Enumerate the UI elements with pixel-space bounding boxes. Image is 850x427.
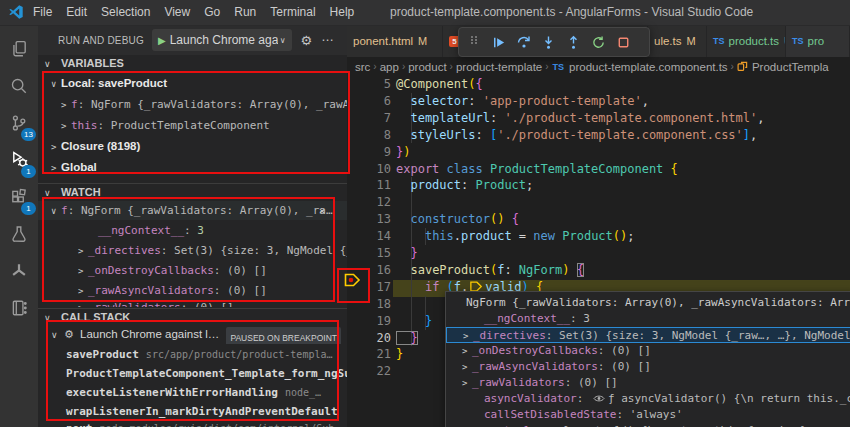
code-line-13[interactable]: constructor() { <box>396 212 519 226</box>
menu-view[interactable]: View <box>157 0 197 24</box>
menu-help[interactable]: Help <box>323 0 362 24</box>
line-number-20[interactable]: 20 <box>367 331 391 345</box>
activity-item-testing[interactable] <box>0 217 38 254</box>
stack-frame-name: saveProduct <box>66 348 139 361</box>
variables-row[interactable]: ∨Local: saveProduct <box>38 74 347 93</box>
hover-variable-row[interactable]: >_rawAsyncValidators: (0) [] <box>446 359 850 375</box>
line-number-10[interactable]: 10 <box>367 162 391 176</box>
code-line-16[interactable]: saveProduct(f: NgForm) { <box>396 263 584 277</box>
watch-row[interactable]: >_directives: Set(3) {size: 3, NgModel {… <box>38 241 347 260</box>
breakpoint-current-line-icon[interactable] <box>344 273 361 291</box>
debug-restart-button[interactable] <box>586 30 611 54</box>
hover-variable-row[interactable]: asyncValidator: ƒ asyncValidator() {\n r… <box>446 391 850 407</box>
debug-session-row[interactable]: ∨ ⚙ Launch Chrome against l… PAUSED ON B… <box>38 325 347 344</box>
variables-row[interactable]: >Closure (8198) <box>38 137 347 156</box>
watch-row[interactable]: >_rawValidators: (0) [] <box>38 298 347 307</box>
code-line-11[interactable]: product: Product; <box>396 178 533 192</box>
variables-row[interactable]: >Global <box>38 158 347 177</box>
code-line-7[interactable]: templateUrl: './product-template.compone… <box>396 111 764 125</box>
stack-frame-row[interactable]: saveProductsrc/app/product/product-templ… <box>38 345 347 364</box>
remove-watch-icon[interactable]: ✕ <box>319 201 325 220</box>
activity-item-search[interactable] <box>0 69 38 106</box>
breadcrumb-item-product[interactable]: product <box>408 61 446 73</box>
debug-step-over-button[interactable] <box>511 30 536 54</box>
line-number-16[interactable]: 16 <box>367 263 391 277</box>
line-number-11[interactable]: 11 <box>367 178 391 192</box>
hover-variable-row[interactable]: >_onDestroyCallbacks: (0) [] <box>446 343 850 359</box>
more-actions-icon[interactable]: ⋯ <box>321 33 333 47</box>
menu-run[interactable]: Run <box>227 0 263 24</box>
stack-frame-row[interactable]: ProductTemplateComponent_Template_form_n… <box>38 364 347 383</box>
code-line-10[interactable]: export class ProductTemplateComponent { <box>396 162 678 176</box>
breadcrumb-file[interactable]: product-template.component.ts <box>569 61 728 73</box>
breadcrumb-item-product-template[interactable]: product-template <box>456 61 542 73</box>
tab-pro[interactable]: TSpro <box>786 25 850 57</box>
line-number-17[interactable]: 17 <box>367 280 391 294</box>
hover-variable-row[interactable]: control: ƒ control() {\n return this.for… <box>446 423 850 427</box>
code-line-9[interactable]: }) <box>396 145 410 159</box>
menu-go[interactable]: Go <box>197 0 227 24</box>
hover-variable-row[interactable]: callSetDisabledState: 'always' <box>446 407 850 423</box>
launch-config-dropdown[interactable]: ▶ Launch Chrome agai ∨ <box>152 29 292 51</box>
stack-frame-row[interactable]: nextnode_modules/rxjs/dist/esm/internal/… <box>38 419 347 427</box>
start-debug-icon[interactable]: ▶ <box>158 35 166 46</box>
code-line-5[interactable]: @Component({ <box>396 77 483 91</box>
code-line-20[interactable]: } <box>396 331 418 345</box>
activity-item-run-and-debug[interactable]: 1 <box>0 143 38 180</box>
lazy-getter-eye-icon[interactable] <box>593 392 605 408</box>
code-line-19[interactable]: } <box>396 314 432 328</box>
breadcrumb-item-src[interactable]: src <box>355 61 370 73</box>
gear-icon[interactable]: ⚙ <box>301 33 313 48</box>
menu-terminal[interactable]: Terminal <box>263 0 322 24</box>
code-line-14[interactable]: this.product = new Product(); <box>396 229 635 243</box>
breadcrumb-item-app[interactable]: app <box>380 61 399 73</box>
debug-continue-button[interactable] <box>486 30 511 54</box>
line-number-13[interactable]: 13 <box>367 212 391 226</box>
activity-item-notebook[interactable] <box>0 291 38 328</box>
hover-variable-row[interactable]: __ngContext__: 3 <box>446 311 850 327</box>
code-line-21[interactable]: } <box>396 347 403 361</box>
variables-row[interactable]: >this: ProductTemplateComponent <box>38 116 347 135</box>
line-number-14[interactable]: 14 <box>367 229 391 243</box>
line-number-19[interactable]: 19 <box>367 314 391 328</box>
tab-ponenthtml[interactable]: ponent.htmlM <box>347 25 443 57</box>
line-number-12[interactable]: 12 <box>367 195 391 209</box>
line-number-5[interactable]: 5 <box>367 77 391 91</box>
hover-variable-row[interactable]: >_rawValidators: (0) [] <box>446 375 850 391</box>
watch-row[interactable]: >_onDestroyCallbacks: (0) [] <box>38 261 347 280</box>
watch-row[interactable]: __ngContext__: 3 <box>38 221 347 240</box>
activity-item-explorer[interactable] <box>0 32 38 69</box>
line-number-8[interactable]: 8 <box>367 128 391 142</box>
activity-item-extensions[interactable]: 1 <box>0 180 38 217</box>
line-number-6[interactable]: 6 <box>367 94 391 108</box>
menu-file[interactable]: File <box>26 0 59 24</box>
line-number-21[interactable]: 21 <box>367 347 391 361</box>
variables-row[interactable]: >f: NgForm {_rawValidators: Array(0), _r… <box>38 95 347 114</box>
hover-variable-row[interactable]: >_directives: Set(3) {size: 3, NgModel {… <box>446 327 850 343</box>
line-number-15[interactable]: 15 <box>367 246 391 260</box>
line-number-9[interactable]: 9 <box>367 145 391 159</box>
debug-stop-button[interactable] <box>611 30 636 54</box>
line-number-7[interactable]: 7 <box>367 111 391 125</box>
tab-productts[interactable]: TSproduct.tsU <box>707 25 786 57</box>
line-number-22[interactable]: 22 <box>367 364 391 378</box>
chevron-expanded-icon: ∨ <box>51 75 61 93</box>
tab-ulets[interactable]: ule.tsM <box>648 25 707 57</box>
debug-step-out-button[interactable] <box>561 30 586 54</box>
breadcrumb-symbol[interactable]: ProductTempla <box>752 61 829 73</box>
code-line-15[interactable]: } <box>396 246 418 260</box>
code-line-8[interactable]: styleUrls: ['./product-template.componen… <box>396 128 757 142</box>
menu-edit[interactable]: Edit <box>59 0 94 24</box>
stack-frame-row[interactable]: executeListenerWithErrorHandlingnode_… <box>38 383 347 402</box>
line-number-18[interactable]: 18 <box>367 297 391 311</box>
variables-section-header[interactable]: ∨ VARIABLES <box>38 57 347 73</box>
activity-item-source-control[interactable]: 13 <box>0 106 38 143</box>
code-line-6[interactable]: selector: 'app-product-template', <box>396 94 649 108</box>
debug-step-into-button[interactable] <box>536 30 561 54</box>
activity-item-terraform[interactable] <box>0 254 38 291</box>
menu-selection[interactable]: Selection <box>94 0 157 24</box>
chevron-collapsed-icon: > <box>463 328 473 344</box>
variable-name: __ngContext__ <box>98 224 184 237</box>
watch-row[interactable]: ∨f: NgForm {_rawValidators: Array(0), _r… <box>38 201 347 220</box>
hover-value-preview[interactable]: NgForm {_rawValidators: Array(0), _rawAs… <box>446 295 850 311</box>
